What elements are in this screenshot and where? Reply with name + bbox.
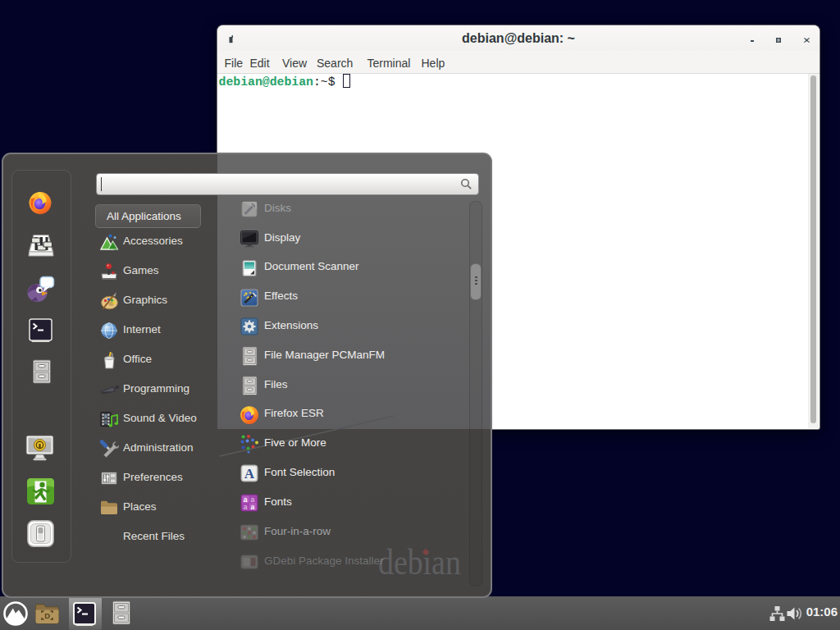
svg-text:a: a [244, 503, 248, 511]
svg-text:a: a [251, 503, 255, 511]
svg-text:A: A [244, 466, 255, 482]
svg-text:D: D [44, 611, 50, 620]
